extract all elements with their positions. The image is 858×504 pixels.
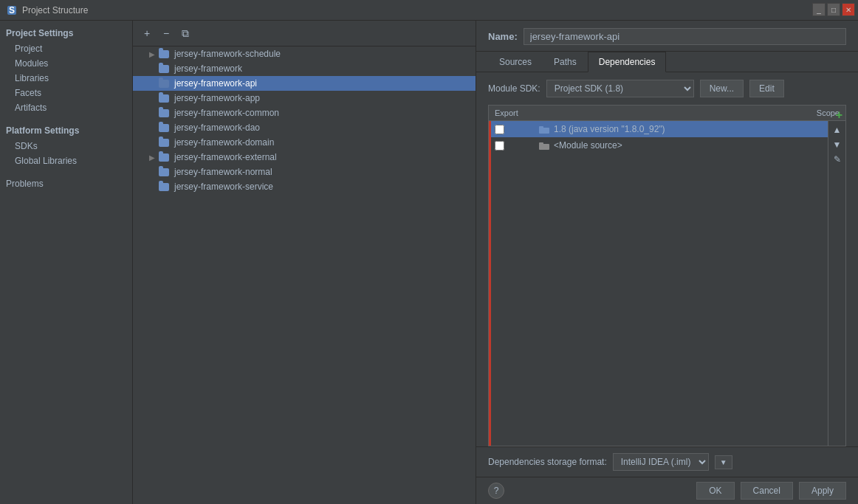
folder-icon — [158, 79, 170, 88]
window-controls: _ □ ✕ — [812, 3, 855, 16]
name-label: Name: — [488, 31, 518, 42]
folder-icon — [158, 168, 170, 176]
storage-select[interactable]: IntelliJ IDEA (.iml) — [613, 453, 709, 471]
svg-rect-2 — [539, 128, 549, 134]
col-header-export: Export — [495, 108, 539, 117]
dep-down-button[interactable]: ▼ — [830, 137, 845, 152]
svg-rect-5 — [539, 142, 543, 145]
title-bar: S Project Structure _ □ ✕ — [0, 0, 858, 21]
list-item[interactable]: ▶ jersey-framework-dao — [133, 120, 476, 135]
folder-icon — [158, 123, 170, 132]
sidebar: Project Settings Project Modules Librari… — [0, 21, 133, 504]
storage-row: Dependencies storage format: IntelliJ ID… — [476, 446, 858, 477]
dep-table-header: Export Scope + — [489, 106, 845, 121]
bottom-bar: ? OK Cancel Apply — [476, 477, 858, 504]
folder-icon — [158, 108, 170, 117]
cancel-button[interactable]: Cancel — [741, 482, 793, 500]
dep-edit-button[interactable]: ✎ — [830, 152, 845, 167]
sidebar-item-modules[interactable]: Modules — [0, 56, 132, 71]
storage-dropdown-button[interactable]: ▼ — [715, 455, 732, 469]
ok-button[interactable]: OK — [696, 482, 734, 500]
module-source-folder-icon — [539, 142, 549, 150]
sdk-edit-button[interactable]: Edit — [749, 80, 784, 97]
project-settings-header: Project Settings — [0, 24, 132, 41]
list-item[interactable]: ▶ jersey-framework-domain — [133, 135, 476, 150]
list-item[interactable]: ▶ jersey-framework-service — [133, 179, 476, 194]
right-panel: Name: Sources Paths Dependencies Module … — [476, 21, 858, 504]
window-title: Project Structure — [22, 5, 88, 15]
tab-paths[interactable]: Paths — [543, 52, 588, 72]
folder-icon — [158, 182, 170, 191]
add-module-button[interactable]: + — [139, 25, 155, 41]
sidebar-item-sdks[interactable]: SDKs — [0, 139, 132, 153]
module-panel: + − ⧉ ▶ jersey-framework-schedule ▶ jers… — [133, 21, 476, 504]
dep-row-sdk[interactable]: 1.8 (java version "1.8.0_92") — [489, 121, 828, 137]
sdk-new-button[interactable]: New... — [700, 80, 744, 97]
folder-icon — [158, 94, 170, 103]
list-item[interactable]: ▶ jersey-framework-app — [133, 91, 476, 106]
dep-export-checkbox-sdk[interactable] — [495, 125, 504, 134]
module-label: jersey-framework-dao — [174, 122, 260, 133]
col-header-scope: Scope — [780, 108, 840, 117]
module-label: jersey-framework-external — [174, 152, 277, 162]
remove-module-button[interactable]: − — [158, 25, 174, 41]
module-name-input[interactable] — [524, 28, 846, 45]
apply-button[interactable]: Apply — [799, 482, 846, 500]
sdk-select[interactable]: Project SDK (1.8) — [546, 80, 694, 97]
tab-dependencies[interactable]: Dependencies — [588, 52, 667, 72]
sidebar-item-libraries[interactable]: Libraries — [0, 71, 132, 86]
module-label: jersey-framework-service — [174, 182, 273, 192]
folder-icon — [158, 49, 170, 58]
module-label: jersey-framework-common — [174, 108, 279, 118]
dep-export-checkbox-source[interactable] — [495, 141, 504, 151]
dep-side-actions: ▲ ▼ ✎ — [828, 121, 845, 446]
red-indicator — [489, 121, 491, 446]
module-label: jersey-framework — [174, 63, 242, 74]
folder-icon — [158, 153, 170, 162]
module-list: ▶ jersey-framework-schedule ▶ jersey-fra… — [133, 46, 476, 504]
module-label: jersey-framework-schedule — [174, 49, 281, 59]
dep-row-source[interactable]: <Module source> — [489, 137, 828, 153]
expand-arrow-icon: ▶ — [148, 49, 157, 58]
copy-module-button[interactable]: ⧉ — [177, 25, 193, 41]
help-button[interactable]: ? — [488, 483, 504, 499]
folder-icon — [158, 138, 170, 147]
close-button[interactable]: ✕ — [842, 3, 855, 16]
svg-text:S: S — [9, 5, 15, 15]
module-label: jersey-framework-domain — [174, 137, 274, 148]
list-item[interactable]: ▶ jersey-framework-common — [133, 106, 476, 120]
list-item[interactable]: ▶ jersey-framework-api — [133, 76, 476, 91]
svg-rect-4 — [539, 144, 549, 150]
module-toolbar: + − ⧉ — [133, 21, 476, 46]
tabs-row: Sources Paths Dependencies — [476, 52, 858, 72]
sidebar-item-problems[interactable]: Problems — [0, 174, 132, 192]
module-label: jersey-framework-api — [174, 78, 257, 89]
maximize-button[interactable]: □ — [827, 3, 840, 16]
dep-up-button[interactable]: ▲ — [830, 122, 845, 137]
sdk-row: Module SDK: Project SDK (1.8) New... Edi… — [476, 72, 858, 105]
add-dependency-button[interactable]: + — [836, 108, 842, 122]
sidebar-item-global-libraries[interactable]: Global Libraries — [0, 153, 132, 168]
sdk-folder-icon — [539, 125, 549, 134]
svg-rect-3 — [539, 126, 543, 128]
module-label: jersey-framework-normal — [174, 167, 272, 177]
dep-name-source: <Module source> — [554, 140, 622, 151]
platform-settings-header: Platform Settings — [0, 121, 132, 139]
name-row: Name: — [476, 21, 858, 52]
list-item[interactable]: ▶ jersey-framework-normal — [133, 165, 476, 179]
sidebar-item-facets[interactable]: Facets — [0, 86, 132, 100]
list-item[interactable]: ▶ jersey-framework-schedule — [133, 46, 476, 61]
minimize-button[interactable]: _ — [812, 3, 826, 16]
tab-sources[interactable]: Sources — [488, 52, 543, 72]
app-icon: S — [6, 4, 18, 16]
sidebar-item-project[interactable]: Project — [0, 41, 132, 56]
module-label: jersey-framework-app — [174, 93, 260, 103]
list-item[interactable]: ▶ jersey-framework — [133, 61, 476, 76]
sidebar-item-artifacts[interactable]: Artifacts — [0, 100, 132, 115]
dep-rows: 1.8 (java version "1.8.0_92") — [489, 121, 828, 446]
dep-name-sdk: 1.8 (java version "1.8.0_92") — [554, 124, 665, 134]
storage-label: Dependencies storage format: — [488, 457, 607, 467]
dependency-table: Export Scope + — [488, 105, 846, 446]
list-item[interactable]: ▶ jersey-framework-external — [133, 150, 476, 165]
sdk-label: Module SDK: — [488, 83, 540, 94]
